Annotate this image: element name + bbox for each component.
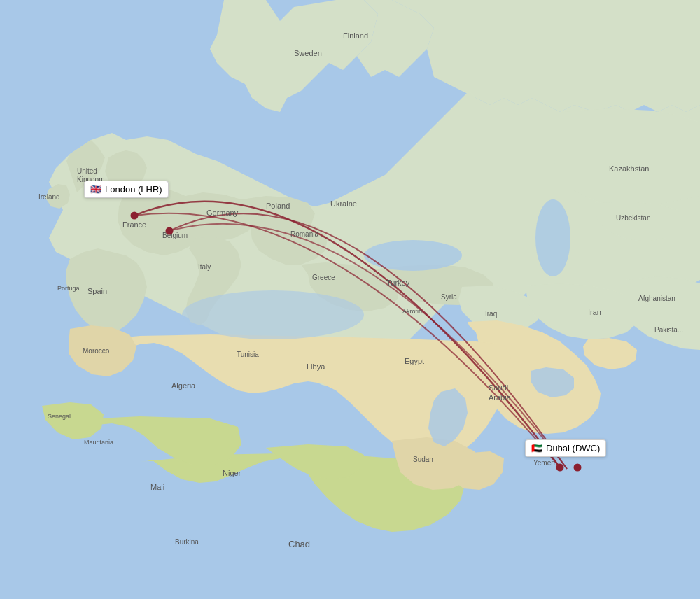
country-label-mali: Mali: [150, 483, 164, 491]
svg-point-1: [182, 290, 364, 339]
airport-dot-london: [131, 212, 139, 220]
map-svg: Finland Sweden United Kingdom Ireland Be…: [0, 0, 700, 599]
country-label-sweden: Sweden: [294, 49, 322, 57]
country-label-chad: Chad: [288, 539, 310, 549]
map-container: Finland Sweden United Kingdom Ireland Be…: [0, 0, 700, 599]
country-label-akrotiri: Akrotiri: [402, 308, 422, 315]
country-label-sudan: Sudan: [413, 456, 433, 463]
country-label-mauritania: Mauritania: [84, 439, 113, 446]
country-label-morocco: Morocco: [83, 347, 110, 355]
country-label-tunisia: Tunisia: [237, 351, 259, 358]
country-label-algeria: Algeria: [172, 381, 196, 390]
country-label-france: France: [122, 220, 146, 229]
country-label-portugal: Portugal: [57, 285, 81, 292]
country-label-iraq: Iraq: [485, 310, 497, 318]
airport-dot-dubai2: [574, 464, 582, 472]
country-label-burkina: Burkina: [175, 538, 199, 546]
country-label-finland: Finland: [343, 31, 368, 40]
airport-dot-dubai: [556, 464, 564, 472]
country-label-libya: Libya: [307, 362, 326, 371]
country-label-ukraine: Ukraine: [330, 199, 357, 208]
country-label-uk: United: [77, 167, 97, 175]
country-label-niger: Niger: [223, 469, 241, 477]
country-label-yemen: Yemen: [533, 459, 555, 467]
country-label-egypt: Egypt: [405, 357, 424, 365]
svg-text:Kingdom: Kingdom: [77, 176, 104, 183]
country-label-kazakhstan: Kazakhstan: [609, 164, 649, 173]
country-label-romania: Romania: [290, 230, 318, 238]
country-label-turkey: Turkey: [386, 279, 410, 287]
country-label-iran: Iran: [588, 308, 601, 316]
country-label-greece: Greece: [312, 274, 335, 281]
country-label-germany: Germany: [206, 209, 239, 217]
country-label-pakistan: Pakista...: [654, 326, 683, 334]
country-label-ireland: Ireland: [38, 193, 60, 201]
svg-point-2: [364, 240, 462, 271]
country-label-afghanistan: Afghanistan: [638, 295, 676, 302]
country-label-spain: Spain: [88, 287, 107, 295]
country-label-poland: Poland: [266, 202, 290, 210]
country-label-saudi: Saudi: [489, 383, 508, 392]
svg-text:Arabia: Arabia: [489, 393, 512, 402]
country-label-syria: Syria: [441, 293, 457, 301]
country-label-senegal: Senegal: [48, 413, 71, 420]
country-label-italy: Italy: [198, 263, 211, 271]
country-label-uzbekistan: Uzbekistan: [616, 214, 650, 222]
svg-point-3: [536, 199, 570, 276]
airport-dot-brussels: [166, 227, 174, 235]
